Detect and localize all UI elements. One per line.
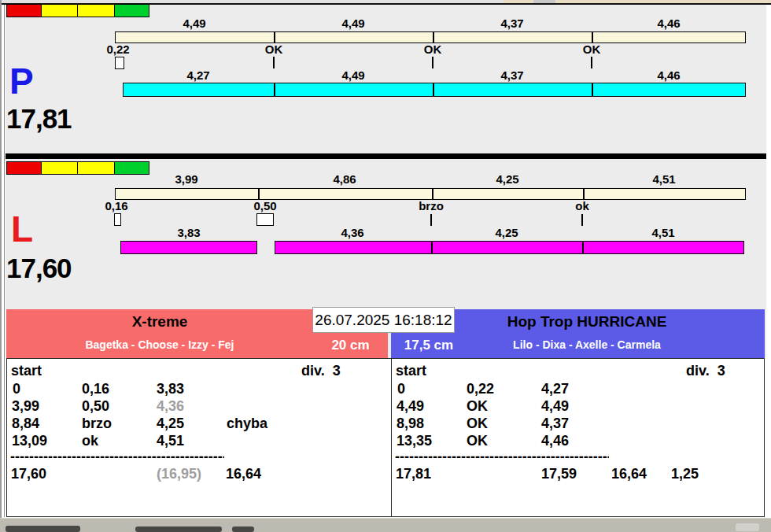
lane-l-light-green: [114, 161, 149, 175]
segment-divider: [258, 189, 260, 199]
table-cell: ok: [82, 433, 98, 449]
lane-l-pass-mark-2: brzo: [392, 200, 470, 212]
lane-p-light-yellow2: [77, 4, 115, 17]
segment-divider: [274, 83, 275, 96]
lane-l-run-label-1: 3,83: [149, 227, 228, 239]
lane-l-ref-label-2: 4,86: [305, 173, 384, 186]
team-left-jump-height: 20 cm: [313, 337, 388, 354]
table-cell: 4,25: [157, 416, 184, 431]
table-cell: 4,27: [541, 381, 569, 397]
results-table-divider: [391, 358, 392, 517]
table-cell: 8,98: [397, 416, 424, 431]
lane-p-ref-label-4: 4,46: [629, 17, 708, 30]
segment-divider: [583, 189, 585, 199]
team-right-dogs: Lilo - Dixa - Axelle - Carmela: [441, 338, 733, 352]
lane-l-run-label-4: 4,51: [624, 227, 703, 239]
lane-p-start-delay-label: 0,22: [79, 43, 157, 56]
team-right-name: Hop Trop HURRICANE: [441, 313, 733, 331]
lane-p-run-label-3: 4,37: [473, 69, 552, 82]
lane-l-light-yellow1: [41, 161, 78, 175]
segment-divider: [592, 83, 593, 96]
team-left-dogs: Bagetka - Choose - Izzy - Fej: [6, 338, 313, 352]
total-net-time: (16,95): [157, 466, 201, 482]
lane-l-run-label-3: 4,25: [467, 227, 546, 239]
left-inner-border: [4, 5, 5, 517]
lane-l-ref-label-1: 3,99: [147, 173, 226, 186]
lane-p-pass-tick-1: [273, 57, 275, 68]
lane-p-pass-mark-1: OK: [234, 43, 313, 56]
lane-l-ref-label-3: 4,25: [468, 173, 547, 186]
segment-divider: [432, 189, 433, 199]
table-cell: 4,37: [541, 416, 569, 431]
lane-l-run-bar-segment-1: [120, 241, 257, 254]
table-cell: brzo: [82, 416, 112, 431]
taskbar-item-light[interactable]: [736, 523, 759, 531]
taskbar-item[interactable]: [232, 526, 254, 532]
table-cell: 4,46: [541, 433, 569, 449]
lane-p-pass-tick-2: [432, 57, 433, 68]
lane-p-letter: P: [9, 63, 34, 99]
table-cell: 8,84: [12, 416, 39, 431]
lane-l-letter: L: [11, 211, 33, 247]
taskbar-fragment[interactable]: [0, 518, 771, 532]
table-cell: 4,51: [157, 433, 184, 449]
table-cell: 13,35: [397, 433, 432, 449]
table-cell: 0: [13, 381, 20, 397]
total-time: 17,60: [11, 466, 46, 482]
table-cell: OK: [467, 416, 488, 431]
table-cell: 4,49: [397, 398, 424, 414]
lane-l-pass-mark-3: ok: [543, 200, 622, 212]
lane-p-ref-label-2: 4,49: [314, 17, 393, 30]
lane-separator: [6, 153, 766, 159]
lane-l-ref-label-4: 4,51: [625, 173, 703, 186]
table-separator-line: ----------------------------------------…: [395, 449, 609, 464]
results-table-container: [6, 358, 765, 517]
lane-p-light-red: [6, 4, 42, 17]
start-label: start: [11, 363, 42, 379]
start-label: start: [396, 363, 426, 379]
segment-divider: [274, 32, 275, 42]
division-label: div. 3: [686, 363, 725, 379]
lane-p-pass-tick-3: [591, 57, 592, 68]
lane-p-run-label-4: 4,46: [629, 69, 708, 82]
lane-p-run-label-1: 4,27: [159, 69, 238, 82]
lane-l-pass-mark-1: 0,50: [226, 200, 304, 212]
segment-divider: [433, 83, 434, 96]
lane-p-pass-mark-3: OK: [552, 43, 631, 56]
table-cell: 0,50: [82, 398, 109, 414]
division-label: div. 3: [301, 363, 341, 379]
lane-l-pass-tick-1: [430, 214, 432, 226]
lane-l-run-bar-rest: [275, 241, 744, 254]
table-cell: 3,83: [157, 381, 184, 397]
lane-p-start-gap-box: [115, 57, 124, 69]
lane-l-pass-tick-2: [581, 214, 583, 226]
lane-p-light-yellow1: [41, 4, 78, 17]
table-cell: 3,99: [12, 398, 39, 414]
table-cell: 13,09: [12, 433, 47, 449]
lane-p-reference-bar: [115, 31, 746, 43]
flyball-timing-window: 4,49 4,49 4,37 4,46 0,22 OK OK OK 4,27 4…: [0, 0, 771, 532]
segment-divider: [592, 32, 593, 42]
total-time: 17,81: [396, 466, 431, 482]
team-left-name: X-treme: [6, 313, 313, 331]
table-cell: 0: [397, 381, 405, 397]
lane-l-light-yellow2: [77, 161, 115, 175]
lane-p-pass-mark-2: OK: [393, 43, 472, 56]
datetime-display: 26.07.2025 16:18:12: [312, 307, 455, 333]
lane-p-run-bar: [123, 83, 746, 97]
lane-p-ref-label-3: 4,37: [473, 17, 552, 30]
total-best-time: 16,64: [226, 466, 261, 482]
taskbar-item[interactable]: [6, 526, 80, 532]
lane-l-total-time: 17,60: [6, 254, 72, 282]
lane-l-run-label-2: 4,36: [313, 227, 392, 239]
table-separator-line: ----------------------------------------…: [10, 449, 224, 464]
lane-p-ref-label-1: 4,49: [155, 17, 234, 30]
table-cell-fault: chyba: [227, 416, 267, 431]
segment-divider: [431, 242, 433, 253]
lane-l-start-delay-label: 0,16: [77, 200, 156, 212]
lane-p-run-label-2: 4,49: [314, 69, 393, 82]
taskbar-item[interactable]: [135, 526, 222, 532]
table-cell: 4,49: [541, 398, 569, 414]
total-margin: 1,25: [671, 466, 699, 482]
table-cell: 0,22: [467, 381, 494, 397]
